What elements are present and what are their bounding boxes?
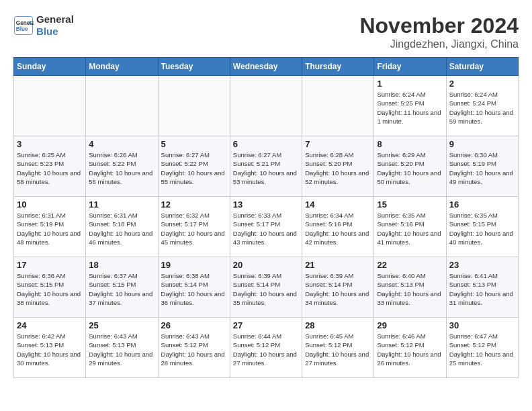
day-info: Sunrise: 6:39 AM Sunset: 5:14 PM Dayligh…: [233, 271, 299, 307]
calendar-cell: 30Sunrise: 6:47 AM Sunset: 5:12 PM Dayli…: [446, 318, 518, 378]
calendar-cell: 2Sunrise: 6:24 AM Sunset: 5:24 PM Daylig…: [446, 76, 518, 136]
header-saturday: Saturday: [446, 58, 518, 76]
calendar-cell: 10Sunrise: 6:31 AM Sunset: 5:19 PM Dayli…: [14, 197, 86, 257]
calendar-cell: 20Sunrise: 6:39 AM Sunset: 5:14 PM Dayli…: [230, 257, 302, 318]
day-info: Sunrise: 6:36 AM Sunset: 5:15 PM Dayligh…: [17, 271, 83, 307]
calendar-cell: 16Sunrise: 6:35 AM Sunset: 5:15 PM Dayli…: [446, 197, 518, 257]
calendar-cell: 19Sunrise: 6:38 AM Sunset: 5:14 PM Dayli…: [158, 257, 230, 318]
calendar-cell: 11Sunrise: 6:31 AM Sunset: 5:18 PM Dayli…: [86, 197, 158, 257]
day-info: Sunrise: 6:35 AM Sunset: 5:16 PM Dayligh…: [377, 211, 443, 246]
week-row-4: 24Sunrise: 6:42 AM Sunset: 5:13 PM Dayli…: [14, 318, 519, 378]
day-info: Sunrise: 6:26 AM Sunset: 5:22 PM Dayligh…: [89, 150, 154, 186]
day-info: Sunrise: 6:47 AM Sunset: 5:12 PM Dayligh…: [449, 332, 515, 367]
calendar-cell: 28Sunrise: 6:45 AM Sunset: 5:12 PM Dayli…: [302, 318, 374, 378]
calendar-cell: 1Sunrise: 6:24 AM Sunset: 5:25 PM Daylig…: [374, 76, 446, 136]
day-number: 30: [449, 320, 515, 330]
day-number: 2: [449, 79, 515, 89]
day-info: Sunrise: 6:46 AM Sunset: 5:12 PM Dayligh…: [377, 332, 443, 367]
day-number: 7: [305, 139, 371, 149]
calendar-cell: 29Sunrise: 6:46 AM Sunset: 5:12 PM Dayli…: [374, 318, 446, 378]
day-info: Sunrise: 6:27 AM Sunset: 5:22 PM Dayligh…: [161, 150, 227, 186]
day-info: Sunrise: 6:43 AM Sunset: 5:12 PM Dayligh…: [161, 332, 227, 367]
day-info: Sunrise: 6:39 AM Sunset: 5:14 PM Dayligh…: [305, 271, 371, 307]
logo-line2: Blue: [36, 26, 74, 38]
page-header: General Blue General Blue November 2024 …: [13, 13, 519, 50]
logo: General Blue General Blue: [13, 13, 74, 38]
calendar-cell: [158, 76, 230, 136]
day-number: 22: [377, 260, 443, 270]
day-info: Sunrise: 6:32 AM Sunset: 5:17 PM Dayligh…: [161, 211, 227, 246]
calendar-cell: 21Sunrise: 6:39 AM Sunset: 5:14 PM Dayli…: [302, 257, 374, 318]
header-tuesday: Tuesday: [158, 58, 230, 76]
calendar-cell: 26Sunrise: 6:43 AM Sunset: 5:12 PM Dayli…: [158, 318, 230, 378]
day-info: Sunrise: 6:27 AM Sunset: 5:21 PM Dayligh…: [233, 150, 299, 186]
calendar-cell: 24Sunrise: 6:42 AM Sunset: 5:13 PM Dayli…: [14, 318, 86, 378]
calendar-title: November 2024: [359, 13, 519, 38]
day-number: 12: [161, 199, 227, 210]
day-number: 28: [305, 320, 371, 330]
day-number: 9: [449, 139, 515, 149]
day-number: 14: [305, 199, 371, 210]
day-info: Sunrise: 6:37 AM Sunset: 5:15 PM Dayligh…: [89, 271, 154, 307]
week-row-0: 1Sunrise: 6:24 AM Sunset: 5:25 PM Daylig…: [14, 76, 519, 136]
calendar-cell: 13Sunrise: 6:33 AM Sunset: 5:17 PM Dayli…: [230, 197, 302, 257]
day-info: Sunrise: 6:24 AM Sunset: 5:25 PM Dayligh…: [377, 90, 443, 126]
day-number: 8: [377, 139, 443, 149]
day-info: Sunrise: 6:30 AM Sunset: 5:19 PM Dayligh…: [449, 150, 515, 186]
header-monday: Monday: [86, 58, 158, 76]
calendar-cell: 8Sunrise: 6:29 AM Sunset: 5:20 PM Daylig…: [374, 136, 446, 197]
day-info: Sunrise: 6:28 AM Sunset: 5:20 PM Dayligh…: [305, 150, 371, 186]
day-info: Sunrise: 6:34 AM Sunset: 5:16 PM Dayligh…: [305, 211, 371, 246]
week-row-2: 10Sunrise: 6:31 AM Sunset: 5:19 PM Dayli…: [14, 197, 519, 257]
day-info: Sunrise: 6:35 AM Sunset: 5:15 PM Dayligh…: [449, 211, 515, 246]
day-info: Sunrise: 6:33 AM Sunset: 5:17 PM Dayligh…: [233, 211, 299, 246]
day-number: 15: [377, 199, 443, 210]
calendar-cell: 23Sunrise: 6:41 AM Sunset: 5:13 PM Dayli…: [446, 257, 518, 318]
calendar-cell: 18Sunrise: 6:37 AM Sunset: 5:15 PM Dayli…: [86, 257, 158, 318]
calendar-cell: 12Sunrise: 6:32 AM Sunset: 5:17 PM Dayli…: [158, 197, 230, 257]
svg-text:Blue: Blue: [16, 26, 28, 32]
header-sunday: Sunday: [14, 58, 86, 76]
calendar-cell: 5Sunrise: 6:27 AM Sunset: 5:22 PM Daylig…: [158, 136, 230, 197]
calendar-cell: 25Sunrise: 6:43 AM Sunset: 5:13 PM Dayli…: [86, 318, 158, 378]
calendar-cell: 27Sunrise: 6:44 AM Sunset: 5:12 PM Dayli…: [230, 318, 302, 378]
header-friday: Friday: [374, 58, 446, 76]
day-info: Sunrise: 6:43 AM Sunset: 5:13 PM Dayligh…: [89, 332, 154, 367]
day-number: 4: [89, 139, 154, 149]
day-info: Sunrise: 6:29 AM Sunset: 5:20 PM Dayligh…: [377, 150, 443, 186]
calendar-cell: 17Sunrise: 6:36 AM Sunset: 5:15 PM Dayli…: [14, 257, 86, 318]
calendar-cell: [14, 76, 86, 136]
week-row-1: 3Sunrise: 6:25 AM Sunset: 5:23 PM Daylig…: [14, 136, 519, 197]
day-number: 19: [161, 260, 227, 270]
calendar-cell: 9Sunrise: 6:30 AM Sunset: 5:19 PM Daylig…: [446, 136, 518, 197]
calendar-subtitle: Jingdezhen, Jiangxi, China: [359, 38, 519, 50]
day-info: Sunrise: 6:44 AM Sunset: 5:12 PM Dayligh…: [233, 332, 299, 367]
day-number: 16: [449, 199, 515, 210]
day-number: 25: [89, 320, 154, 330]
logo-wordmark: General Blue: [36, 13, 74, 38]
day-info: Sunrise: 6:31 AM Sunset: 5:18 PM Dayligh…: [89, 211, 154, 246]
day-number: 11: [89, 199, 154, 210]
day-info: Sunrise: 6:31 AM Sunset: 5:19 PM Dayligh…: [17, 211, 83, 246]
day-number: 29: [377, 320, 443, 330]
day-number: 13: [233, 199, 299, 210]
calendar-cell: [230, 76, 302, 136]
header-wednesday: Wednesday: [230, 58, 302, 76]
calendar-cell: 7Sunrise: 6:28 AM Sunset: 5:20 PM Daylig…: [302, 136, 374, 197]
day-number: 24: [17, 320, 83, 330]
title-section: November 2024 Jingdezhen, Jiangxi, China: [359, 13, 519, 50]
day-number: 1: [377, 79, 443, 89]
day-info: Sunrise: 6:24 AM Sunset: 5:24 PM Dayligh…: [449, 90, 515, 126]
calendar-cell: 14Sunrise: 6:34 AM Sunset: 5:16 PM Dayli…: [302, 197, 374, 257]
header-thursday: Thursday: [302, 58, 374, 76]
day-info: Sunrise: 6:42 AM Sunset: 5:13 PM Dayligh…: [17, 332, 83, 367]
logo-line1: General: [36, 13, 74, 26]
header-row: SundayMondayTuesdayWednesdayThursdayFrid…: [14, 58, 519, 76]
day-number: 27: [233, 320, 299, 330]
day-number: 18: [89, 260, 154, 270]
day-number: 17: [17, 260, 83, 270]
day-number: 26: [161, 320, 227, 330]
calendar-cell: 4Sunrise: 6:26 AM Sunset: 5:22 PM Daylig…: [86, 136, 158, 197]
day-number: 10: [17, 199, 83, 210]
calendar-cell: 6Sunrise: 6:27 AM Sunset: 5:21 PM Daylig…: [230, 136, 302, 197]
